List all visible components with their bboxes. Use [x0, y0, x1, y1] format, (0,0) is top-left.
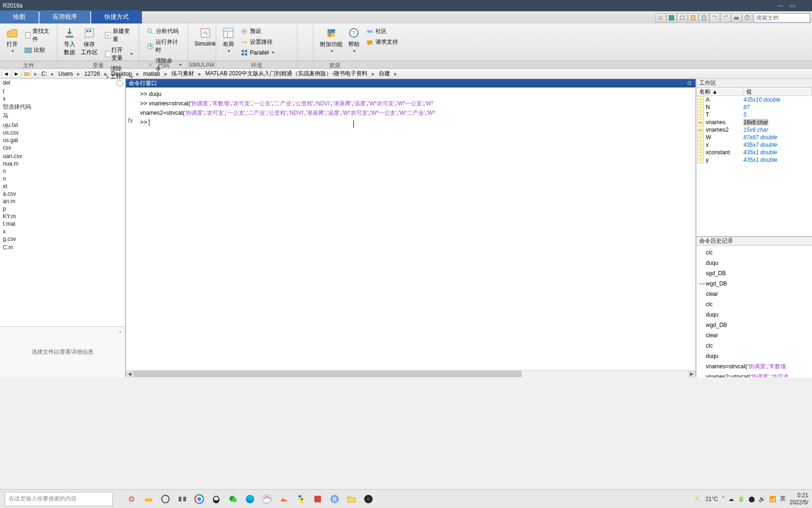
chrome-icon[interactable] [193, 492, 206, 506]
battery-icon[interactable]: 🔋 [738, 496, 745, 502]
tray-app-icon[interactable]: ⬤ [749, 496, 755, 502]
clipboard-icon[interactable] [699, 13, 709, 23]
matlab-icon[interactable] [277, 492, 290, 506]
new-var-button[interactable]: +新建变量 [102, 26, 135, 44]
help-icon[interactable]: ? [742, 13, 752, 23]
horizontal-scrollbar[interactable]: ◄ ► [126, 370, 695, 377]
paste-icon[interactable] [688, 13, 698, 23]
col-value[interactable]: 值 [743, 87, 812, 95]
forward-button[interactable]: ► [12, 70, 21, 78]
history-item[interactable]: duqu [698, 351, 810, 361]
tab-apps[interactable]: 应用程序 [39, 10, 90, 24]
history-item[interactable]: duqu [698, 258, 810, 268]
file-item[interactable]: g.csv [0, 235, 125, 243]
chevron-up-icon[interactable]: ⌃ [118, 328, 122, 333]
file-item[interactable]: x [0, 228, 125, 235]
wifi-icon[interactable]: 📶 [769, 496, 776, 502]
file-item[interactable]: us.gal [0, 136, 125, 144]
breadcrumb-segment[interactable]: 练习素材 [170, 69, 196, 79]
file-item[interactable]: an.m [0, 198, 125, 205]
workspace-var-row[interactable]: A435x10 double [696, 96, 812, 103]
tab-plot[interactable]: 绘图 [0, 10, 39, 24]
breadcrumb-segment[interactable]: Desktop [109, 70, 134, 78]
file-item[interactable]: n [0, 175, 125, 183]
open-button[interactable]: 打开 [4, 26, 21, 53]
layout-button[interactable]: 布局 [220, 26, 237, 53]
file-item[interactable]: n [0, 167, 125, 175]
search-docs-input[interactable] [754, 13, 810, 23]
app-icon-2[interactable] [311, 492, 324, 506]
file-item[interactable]: a.csv [0, 190, 125, 198]
file-item[interactable]: x [0, 95, 125, 103]
explorer-icon[interactable] [345, 492, 358, 506]
history-body[interactable]: clcduqusgd_DBwgd_DBclearclcduquwgd_DBcle… [696, 246, 812, 377]
volume-icon[interactable]: 🔊 [758, 496, 765, 502]
help-button[interactable]: ? 帮助 [345, 26, 362, 53]
file-item[interactable]: uan.csv [0, 152, 125, 160]
workspace-var-row[interactable]: y435x1 double [696, 156, 812, 164]
scroll-left-button[interactable]: ◄ [126, 371, 133, 377]
history-item[interactable]: vnames2=strvcat('协调度','农可支 [698, 372, 810, 377]
breadcrumb-segment[interactable]: C: [39, 70, 49, 78]
history-item[interactable]: clc [698, 341, 810, 351]
obs-icon[interactable] [362, 492, 375, 506]
col-name[interactable]: 名称 ▲ [696, 87, 743, 95]
workspace-var-row[interactable]: xconstant435x1 double [696, 149, 812, 156]
file-list[interactable]: deltx型选择代码马uju.txtus.csvus.galcsvuan.csv… [0, 79, 125, 326]
ime-indicator[interactable]: 英 [780, 495, 786, 503]
maximize-button[interactable]: ▭ [790, 2, 795, 9]
open-var-button[interactable]: 打开变量 [102, 45, 135, 63]
history-item[interactable]: wgd_DB [698, 320, 810, 330]
wechat-icon[interactable] [226, 492, 240, 506]
workspace-var-row[interactable]: T5 [696, 111, 812, 119]
taskview-icon[interactable] [176, 492, 189, 506]
file-item[interactable]: p [0, 205, 125, 213]
history-item[interactable]: sgd_DB [698, 268, 810, 278]
parallel-button[interactable]: Parallel [239, 48, 276, 57]
scroll-thumb[interactable] [133, 371, 522, 377]
workspace-var-row[interactable]: x435x7 double [696, 141, 812, 149]
qq-icon[interactable] [210, 492, 223, 506]
support-button[interactable]: 请求支持 [364, 37, 400, 47]
redo-icon[interactable] [720, 13, 731, 23]
weather-text[interactable]: 21°C [705, 496, 718, 502]
addons-button[interactable]: 附加功能 [317, 26, 345, 53]
file-item[interactable]: xt [0, 183, 125, 190]
file-item[interactable]: 马 [0, 111, 125, 120]
breadcrumb-segment[interactable]: 12726 [82, 70, 102, 78]
cloud-icon[interactable]: ☁ [728, 496, 734, 502]
find-files-button[interactable]: 查找文件 [23, 26, 53, 44]
workspace-var-row[interactable]: N87 [696, 103, 812, 111]
file-item[interactable]: del [0, 79, 125, 87]
copy-icon[interactable] [677, 13, 687, 23]
print-icon[interactable] [731, 13, 742, 23]
file-item[interactable]: KY.m [0, 213, 125, 220]
edge-icon[interactable] [243, 492, 257, 506]
file-item[interactable]: uju.txt [0, 121, 125, 129]
breadcrumb-segment[interactable]: matlab [141, 70, 162, 78]
prefs-button[interactable]: 预设 [239, 26, 276, 36]
butterfly-icon[interactable] [142, 492, 155, 506]
workspace-var-row[interactable]: abvnames16x6 char [696, 119, 812, 126]
compare-button[interactable]: 比较 [23, 45, 53, 55]
setpath-button[interactable]: 设置路径 [239, 37, 276, 47]
file-item[interactable]: nua.m [0, 160, 125, 167]
simulink-button[interactable]: Simulink [192, 26, 219, 48]
breadcrumb-segment[interactable]: 自建 [377, 69, 392, 79]
workspace-var-row[interactable]: W87x87 double [696, 134, 812, 141]
workspace-var-row[interactable]: abvnames215x6 char [696, 126, 812, 134]
file-item[interactable]: t [0, 87, 125, 95]
command-window-body[interactable]: fx >> duqu>> vnames=strvcat('协调度','常数项',… [126, 87, 695, 370]
history-item[interactable]: vnames=strvcat('协调度','常数项 [698, 361, 810, 372]
save-workspace-button[interactable]: 保存 工作区 [78, 26, 101, 57]
scroll-track[interactable] [133, 371, 688, 377]
undo-icon[interactable] [710, 13, 720, 23]
runtime-button[interactable]: 运行并计时 [145, 37, 184, 55]
history-item[interactable]: clc [698, 299, 810, 310]
history-item[interactable]: clear [698, 330, 810, 341]
back-button[interactable]: ◄ [2, 70, 10, 78]
tab-shortcuts[interactable]: 快捷方式 [91, 10, 142, 24]
file-item[interactable]: csv [0, 144, 125, 151]
app-icon-1[interactable] [260, 492, 273, 506]
file-item[interactable]: t.mat [0, 220, 125, 228]
